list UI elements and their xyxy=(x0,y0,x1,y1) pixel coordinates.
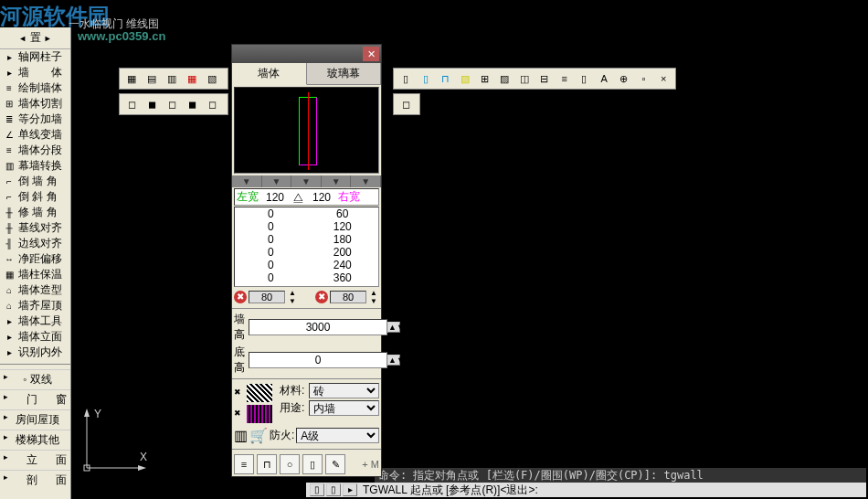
tool-icon[interactable]: ◼ xyxy=(183,95,201,113)
align-btn[interactable]: ▼ xyxy=(351,175,381,187)
sidebar-item[interactable]: ≣等分加墙 xyxy=(0,111,70,127)
tool-icon[interactable]: ▧ xyxy=(456,69,474,88)
sidebar-item[interactable]: ⌂墙齐屋顶 xyxy=(0,298,70,313)
sidebar-item[interactable]: ╫基线对齐 xyxy=(0,220,70,236)
sidebar-category[interactable]: ▸门窗 xyxy=(0,389,70,409)
dialog-titlebar[interactable]: ✕ xyxy=(232,45,381,63)
tool-icon[interactable]: ▥ xyxy=(163,69,181,88)
sidebar-item[interactable]: ▸墙体立面 xyxy=(0,329,70,345)
sidebar-item[interactable]: ▸轴网柱子 xyxy=(0,49,70,65)
right-width-input[interactable] xyxy=(307,191,336,204)
tool-icon[interactable]: ▯ xyxy=(575,69,593,88)
sidebar-item[interactable]: ⌂墙体造型 xyxy=(0,282,70,298)
sidebar-item[interactable]: ↔净距偏移 xyxy=(0,251,70,267)
tool-icon[interactable]: ◻ xyxy=(122,95,141,113)
material-select[interactable]: 砖 xyxy=(309,383,379,398)
tool-icon[interactable]: ⊞ xyxy=(476,69,494,88)
delete-right-icon[interactable]: ✖ xyxy=(315,291,328,303)
sidebar-item[interactable]: ▦墙柱保温 xyxy=(0,267,70,282)
close-icon[interactable]: ✕ xyxy=(363,47,379,61)
width-list-row[interactable]: 0180 xyxy=(235,233,378,246)
tool-icon[interactable]: ◫ xyxy=(515,69,534,88)
align-btn[interactable]: ▼ xyxy=(322,175,352,187)
tool-icon[interactable]: A xyxy=(595,69,613,88)
width-list-row[interactable]: 0200 xyxy=(235,246,378,259)
spin-left-value[interactable]: 80 xyxy=(249,291,285,303)
tool-icon[interactable]: ▤ xyxy=(143,69,161,88)
draw-mode-icon[interactable]: ≡ xyxy=(234,454,254,474)
tab-wall[interactable]: 墙体 xyxy=(232,63,307,85)
sidebar-category[interactable]: ▸立面 xyxy=(0,450,70,470)
remove-hatch-icon[interactable]: ✖ xyxy=(234,388,245,398)
align-btn[interactable]: ▼ xyxy=(262,175,292,187)
tool-icon[interactable]: ◼ xyxy=(143,95,161,113)
sidebar-item[interactable]: ╫修 墙 角 xyxy=(0,205,70,220)
tool-icon[interactable]: ◻ xyxy=(203,95,221,113)
tool-icon[interactable]: ≡ xyxy=(556,69,574,88)
fire-select[interactable]: A级 xyxy=(296,428,379,443)
sidebar-item[interactable]: ▥幕墙转换 xyxy=(0,158,70,174)
tool-icon[interactable]: ▧ xyxy=(203,69,221,88)
tool-icon[interactable]: ▯ xyxy=(417,69,435,88)
tool-icon[interactable]: ◻ xyxy=(397,95,415,113)
spinner-icon[interactable]: ▲▼ xyxy=(387,322,400,333)
width-list-row[interactable]: 0120 xyxy=(235,220,378,233)
cmd-btn-icon[interactable]: ▯ xyxy=(326,483,341,496)
remove-hatch-icon[interactable]: ✖ xyxy=(234,409,245,419)
cmd-btn-icon[interactable]: ▯ xyxy=(310,483,324,496)
width-list[interactable]: 06001200180020002400360 xyxy=(234,207,379,287)
sidebar-item[interactable]: ╢边线对齐 xyxy=(0,236,70,251)
sidebar-item[interactable]: ≡绘制墙体 xyxy=(0,80,70,96)
tool-icon[interactable]: ⊟ xyxy=(535,69,554,88)
sidebar-item[interactable]: ⌐倒 斜 角 xyxy=(0,189,70,205)
sidebar-item[interactable]: ∠单线变墙 xyxy=(0,127,70,143)
spin-up-icon[interactable]: ▲▼ xyxy=(368,289,379,305)
sidebar-item[interactable]: ▸墙 体 xyxy=(0,65,70,80)
align-btn[interactable]: ▼ xyxy=(291,175,322,187)
draw-mode-icon[interactable]: ▯ xyxy=(302,454,323,474)
width-list-row[interactable]: 0240 xyxy=(235,259,378,271)
tool-icon[interactable]: ⊕ xyxy=(615,69,633,88)
tool-icon[interactable]: 🛒 xyxy=(249,427,268,444)
tool-icon[interactable]: ▦ xyxy=(122,69,141,88)
wall-height-input[interactable] xyxy=(249,319,387,335)
sidebar-item[interactable]: ⊞墙体切割 xyxy=(0,96,70,111)
hatch-pattern-1[interactable] xyxy=(247,384,272,402)
usage-select[interactable]: 内墙 xyxy=(309,400,379,416)
tool-icon[interactable]: ▥ xyxy=(234,427,248,444)
sidebar-item[interactable]: ⌐倒 墙 角 xyxy=(0,174,70,189)
tool-icon[interactable]: ◻ xyxy=(163,95,181,113)
align-btn[interactable]: ▼ xyxy=(232,175,262,187)
sidebar-item[interactable]: ▸识别内外 xyxy=(0,345,70,360)
tool-icon[interactable]: ⊓ xyxy=(436,69,454,88)
sidebar-category[interactable]: ▸剖面 xyxy=(0,470,70,490)
sidebar-category[interactable]: ▸◦ 双线 xyxy=(0,369,70,389)
width-list-row[interactable]: 0360 xyxy=(235,271,378,284)
hatch-pattern-2[interactable] xyxy=(247,405,272,423)
sidebar-category[interactable]: ▸房间屋顶 xyxy=(0,409,70,430)
sidebar-item[interactable]: ▸墙体工具 xyxy=(0,313,70,329)
draw-mode-icon[interactable]: ✎ xyxy=(325,454,345,474)
cmd-btn-icon[interactable]: ▸ xyxy=(343,483,357,496)
draw-mode-icon[interactable]: ○ xyxy=(280,454,300,474)
sidebar-item[interactable]: ≡墙体分段 xyxy=(0,143,70,158)
plus-m-label[interactable]: + M xyxy=(362,459,379,470)
tab-curtain[interactable]: 玻璃幕 xyxy=(307,63,382,84)
spin-up-icon[interactable]: ▲▼ xyxy=(287,289,298,305)
base-height-input[interactable] xyxy=(249,352,387,368)
width-list-row[interactable]: 060 xyxy=(235,207,378,220)
command-input-row[interactable]: ▯ ▯ ▸ TGWALL 起点或 [参考点(R)]<退出>: xyxy=(306,483,866,497)
tool-icon[interactable]: ▨ xyxy=(496,69,514,88)
draw-mode-icon[interactable]: ⊓ xyxy=(257,454,277,474)
tool-close-icon[interactable]: × xyxy=(654,69,672,88)
spinner-icon[interactable]: ▲▼ xyxy=(387,355,400,366)
sidebar-category[interactable]: ▸楼梯其他 xyxy=(0,430,70,450)
tool-icon[interactable]: ▯ xyxy=(397,69,415,88)
delete-left-icon[interactable]: ✖ xyxy=(234,291,247,303)
mirror-icon[interactable]: ⧋ xyxy=(290,191,307,204)
sidebar-collapse-row[interactable]: ◄ 置 ► xyxy=(0,27,70,49)
tool-icon[interactable]: ▦ xyxy=(183,69,201,88)
left-width-input[interactable] xyxy=(260,191,290,204)
tool-icon[interactable]: ▫ xyxy=(635,69,653,88)
spin-right-value[interactable]: 80 xyxy=(330,291,366,303)
